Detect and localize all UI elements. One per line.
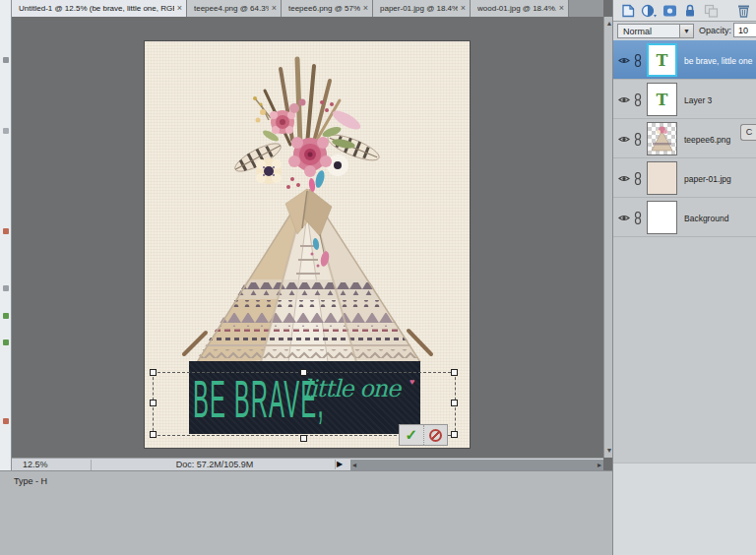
- eye-icon[interactable]: [618, 95, 630, 104]
- toolbox-partial-icon[interactable]: [3, 57, 9, 63]
- layer-row-layer-3[interactable]: T Layer 3: [613, 80, 756, 119]
- image-layer-thumbnail[interactable]: [647, 122, 677, 155]
- tab-label: Untitled-1 @ 12.5% (be brave, little one…: [19, 4, 174, 13]
- tool-options-bar: Type - H T ↓ T T ↓ T T T T Agency FB ▼ R…: [0, 470, 612, 555]
- handle-mid-left[interactable]: [150, 400, 157, 406]
- status-menu-arrow-icon[interactable]: ▶: [337, 460, 343, 468]
- cancel-icon: [429, 429, 442, 442]
- handle-bottom-left[interactable]: [150, 431, 157, 438]
- close-icon[interactable]: ×: [363, 4, 368, 13]
- tab-label: teepee6.png @ 57% (...: [288, 4, 360, 13]
- document-tab-bar: Untitled-1 @ 12.5% (be brave, little one…: [12, 0, 603, 17]
- canvas-work-area[interactable]: BE BRAVE, little one ♥ ✓: [12, 17, 603, 458]
- frame-layer-icon[interactable]: [662, 4, 677, 18]
- tab-wood-01[interactable]: wood-01.jpg @ 18.4%... ×: [471, 0, 569, 17]
- layer-name: be brave, little one: [684, 56, 752, 66]
- toolbox-edge: [0, 0, 12, 470]
- commit-button[interactable]: ✓: [400, 425, 424, 445]
- eye-icon[interactable]: [618, 174, 630, 183]
- eye-icon[interactable]: [618, 214, 630, 222]
- tab-label: paper-01.jpg @ 18.4%...: [380, 4, 458, 13]
- close-icon[interactable]: ×: [177, 4, 182, 13]
- commit-bar: ✓: [399, 424, 448, 446]
- zoom-level-field[interactable]: 12.5%: [15, 460, 92, 470]
- document-size-info: Doc: 57.2M/105.9M: [94, 460, 336, 469]
- text-layer-thumbnail[interactable]: T: [647, 43, 677, 77]
- handle-bottom-right[interactable]: [451, 431, 458, 438]
- close-icon[interactable]: ×: [559, 4, 564, 13]
- background-layer-thumbnail[interactable]: [647, 201, 677, 234]
- toolbox-partial-icon[interactable]: [3, 339, 9, 345]
- tab-label: teepee4.png @ 64.3%...: [194, 4, 269, 13]
- layer-name: Background: [684, 214, 728, 223]
- photoshop-elements-window: Untitled-1 @ 12.5% (be brave, little one…: [0, 0, 756, 555]
- blend-mode-select[interactable]: Normal ▼: [617, 24, 694, 38]
- layer-row-background[interactable]: Background: [613, 198, 756, 237]
- link-icon[interactable]: [634, 54, 642, 67]
- handle-bottom-center[interactable]: [300, 435, 307, 442]
- tab-untitled-1[interactable]: Untitled-1 @ 12.5% (be brave, little one…: [12, 0, 187, 17]
- scroll-left-icon[interactable]: ◂: [352, 461, 356, 469]
- link-icon[interactable]: [634, 212, 642, 224]
- close-icon[interactable]: ×: [461, 4, 466, 13]
- scroll-right-icon[interactable]: ▸: [598, 461, 601, 469]
- layer-name: Layer 3: [684, 95, 712, 105]
- toolbox-partial-icon[interactable]: [3, 285, 9, 291]
- duplicate-layer-icon[interactable]: [704, 4, 719, 18]
- cancel-button[interactable]: [424, 425, 448, 445]
- close-icon[interactable]: ×: [272, 4, 277, 13]
- dropdown-icon[interactable]: ▼: [679, 25, 693, 37]
- layer-row-be-brave[interactable]: T be brave, little one: [613, 40, 756, 80]
- layer-name: paper-01.jpg: [684, 174, 731, 184]
- toolbox-partial-icon[interactable]: [3, 313, 9, 319]
- toolbox-partial-icon[interactable]: [3, 418, 9, 424]
- layer-name: teepee6.png: [684, 135, 730, 145]
- adjustment-layer-icon[interactable]: [641, 4, 658, 18]
- opacity-field[interactable]: 10: [733, 23, 756, 37]
- link-icon[interactable]: [634, 172, 642, 185]
- layers-panel: Normal ▼ Opacity: 10 T be brave, little …: [612, 0, 756, 555]
- status-bar: 12.5% Doc: 57.2M/105.9M ▶ ◂ ▸: [12, 458, 603, 470]
- new-layer-icon[interactable]: [620, 4, 635, 18]
- toolbox-partial-icon[interactable]: [3, 228, 9, 234]
- layers-panel-footer: [613, 462, 756, 555]
- thumbnail-art: [648, 123, 676, 154]
- handle-top-center[interactable]: [300, 369, 307, 376]
- tooltip-fragment: C: [740, 124, 756, 141]
- layer-row-paper-01[interactable]: paper-01.jpg: [613, 158, 756, 198]
- handle-top-right[interactable]: [451, 369, 458, 376]
- link-icon[interactable]: [634, 133, 642, 146]
- tab-label: wood-01.jpg @ 18.4%...: [477, 4, 556, 13]
- tool-options-title: Type - H: [14, 476, 47, 486]
- trash-icon[interactable]: [737, 3, 750, 18]
- toolbox-partial-icon[interactable]: [3, 128, 9, 134]
- eye-icon[interactable]: [618, 56, 630, 65]
- handle-mid-right[interactable]: [451, 400, 458, 406]
- handle-top-left[interactable]: [150, 369, 157, 376]
- tab-teepee4[interactable]: teepee4.png @ 64.3%... ×: [187, 0, 282, 17]
- image-layer-thumbnail[interactable]: [647, 161, 677, 195]
- opacity-label: Opacity:: [699, 26, 731, 35]
- document-canvas[interactable]: BE BRAVE, little one ♥ ✓: [145, 41, 470, 448]
- text-layer-thumbnail[interactable]: T: [647, 83, 677, 116]
- layers-list: T be brave, little one T Layer 3: [613, 40, 756, 462]
- blend-mode-value: Normal: [618, 25, 679, 37]
- layer-controls-row: Normal ▼ Opacity: 10: [613, 21, 756, 40]
- eye-icon[interactable]: [618, 135, 630, 144]
- link-icon[interactable]: [634, 93, 642, 106]
- tab-paper-01[interactable]: paper-01.jpg @ 18.4%... ×: [373, 0, 471, 17]
- lock-icon[interactable]: [683, 3, 697, 18]
- layers-panel-toolbar: [613, 0, 756, 22]
- tab-teepee6[interactable]: teepee6.png @ 57% (... ×: [282, 0, 373, 17]
- layer-row-teepee6[interactable]: teepee6.png: [613, 119, 756, 158]
- checkmark-icon: ✓: [405, 426, 417, 444]
- horizontal-scrollbar[interactable]: ◂ ▸: [350, 460, 603, 470]
